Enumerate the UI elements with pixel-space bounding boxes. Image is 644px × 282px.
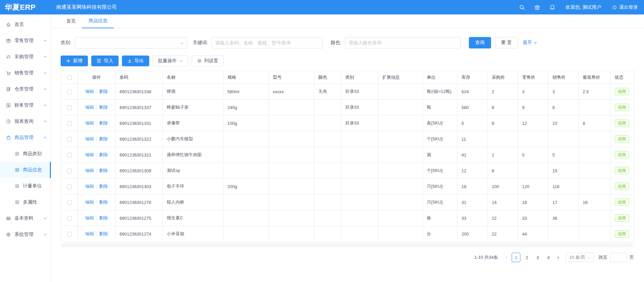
category-label: 类别:	[61, 40, 71, 46]
delete-link[interactable]: 删除	[99, 184, 108, 189]
edit-link[interactable]: 编辑	[85, 105, 94, 110]
row-actions: 编辑|删除	[78, 147, 116, 163]
cell-barcode: 6901236301303	[116, 179, 163, 195]
cart-icon	[6, 70, 11, 76]
sidebar-item-basic-data[interactable]: 基本资料	[0, 210, 51, 226]
status-badge: 启用	[615, 183, 629, 190]
sidebar-item-system[interactable]: 系统管理	[0, 226, 51, 243]
chevron-down-icon	[180, 41, 184, 45]
search-icon[interactable]	[519, 4, 525, 10]
sidebar-item-goods[interactable]: 商品管理	[0, 130, 51, 146]
keyword-input[interactable]	[212, 37, 323, 48]
cell-stock: 33	[457, 210, 488, 226]
tab-goods-info[interactable]: 商品信息	[82, 18, 114, 28]
column-header: 颜色	[314, 71, 341, 84]
power-icon	[612, 5, 617, 10]
sidebar-item-report[interactable]: 报表查询	[0, 113, 51, 130]
row-checkbox[interactable]	[67, 216, 72, 221]
row-checkbox[interactable]	[67, 105, 72, 110]
reset-button[interactable]: 重 置	[495, 37, 518, 48]
batch-actions-button[interactable]: 批量操作	[153, 56, 188, 66]
finance-icon	[6, 103, 11, 108]
edit-link[interactable]: 编辑	[85, 200, 94, 205]
sidebar-item-sales[interactable]: 销售管理	[0, 65, 51, 81]
sidebar-item-measure-unit[interactable]: 计量单位	[0, 178, 51, 194]
delete-link[interactable]: 删除	[99, 168, 108, 173]
prev-page-button[interactable]	[502, 253, 511, 262]
delete-link[interactable]: 删除	[99, 200, 108, 205]
row-actions: 编辑|删除	[78, 195, 116, 210]
bell-icon[interactable]	[549, 4, 555, 10]
edit-link[interactable]: 编辑	[85, 89, 94, 94]
edit-link[interactable]: 编辑	[85, 136, 94, 141]
column-settings-button[interactable]: 列设置	[192, 56, 224, 66]
page-number-1[interactable]: 1	[512, 253, 520, 262]
cell-name: 电子手环	[163, 179, 223, 195]
cell-model	[269, 195, 314, 210]
edit-link[interactable]: 编辑	[85, 168, 94, 173]
column-header: 操作	[78, 71, 116, 84]
color-input[interactable]	[345, 37, 461, 48]
edit-link[interactable]: 编辑	[85, 184, 94, 189]
row-checkbox[interactable]	[67, 200, 72, 205]
sidebar-item-goods-info[interactable]: 商品信息	[0, 162, 51, 178]
row-checkbox[interactable]	[67, 153, 72, 157]
sidebar-item-retail[interactable]: 零售管理	[0, 33, 51, 49]
plus-icon	[66, 59, 71, 63]
cell-retail_price: 44	[518, 226, 548, 242]
keyword-label: 关键词:	[193, 40, 208, 46]
sidebar-item-home[interactable]: 首页	[0, 16, 51, 33]
cell-min_price	[579, 147, 611, 163]
expand-link[interactable]: 展开	[523, 40, 537, 46]
page-number-2[interactable]: 2	[522, 253, 531, 262]
bank-icon[interactable]	[534, 4, 540, 10]
page-jump-input[interactable]	[610, 253, 627, 262]
page-size-select[interactable]: 10 条/页	[566, 253, 594, 262]
page-number-4[interactable]: 4	[544, 253, 553, 262]
search-button[interactable]: 查询	[469, 37, 491, 48]
delete-link[interactable]: 删除	[99, 120, 108, 126]
delete-link[interactable]: 删除	[99, 215, 108, 220]
edit-link[interactable]: 编辑	[85, 215, 94, 220]
cell-stock: 524	[457, 84, 488, 100]
delete-link[interactable]: 删除	[99, 152, 108, 157]
export-button[interactable]: 导出	[122, 56, 149, 66]
delete-link[interactable]: 删除	[99, 136, 108, 141]
horizontal-scrollbar[interactable]	[61, 243, 634, 247]
column-header: 单位	[423, 71, 457, 84]
gear-icon	[6, 232, 11, 237]
column-header: 采购价	[488, 71, 518, 84]
edit-link[interactable]: 编辑	[85, 152, 94, 157]
tab-home[interactable]: 首页	[60, 18, 82, 28]
add-button[interactable]: 新增	[61, 56, 88, 66]
cell-status: 启用	[611, 131, 634, 147]
page-number-3[interactable]: 3	[533, 253, 542, 262]
delete-link[interactable]: 删除	[99, 105, 108, 110]
sidebar-item-multi-attribute[interactable]: 多属性	[0, 194, 51, 210]
delete-link[interactable]: 删除	[99, 231, 108, 236]
logout-button[interactable]: 退出登录	[612, 4, 638, 10]
row-checkbox[interactable]	[67, 90, 72, 94]
next-page-button[interactable]	[554, 253, 562, 262]
add-label: 新增	[73, 58, 83, 64]
cell-min_price	[579, 163, 611, 179]
edit-link[interactable]: 编辑	[85, 120, 94, 126]
column-header: 状态	[611, 71, 634, 84]
category-select[interactable]	[75, 37, 187, 48]
sidebar-item-goods-category[interactable]: 商品类别	[0, 146, 51, 162]
sidebar-item-warehouse[interactable]: 仓库管理	[0, 81, 51, 97]
delete-link[interactable]: 删除	[99, 89, 108, 94]
row-checkbox[interactable]	[67, 232, 72, 237]
chevron-up-icon	[43, 136, 47, 139]
cell-min_price: 2.5	[579, 84, 611, 100]
sidebar-item-purchase[interactable]: 采购管理	[0, 49, 51, 65]
row-checkbox[interactable]	[67, 169, 72, 173]
select-all-checkbox[interactable]	[67, 75, 72, 80]
edit-link[interactable]: 编辑	[85, 231, 94, 236]
import-button[interactable]: 导入	[91, 56, 119, 66]
sidebar-item-finance[interactable]: 财务管理	[0, 97, 51, 113]
row-checkbox[interactable]	[67, 184, 72, 189]
row-checkbox[interactable]	[67, 137, 72, 142]
row-checkbox[interactable]	[67, 121, 72, 126]
logout-label: 退出登录	[619, 4, 638, 10]
